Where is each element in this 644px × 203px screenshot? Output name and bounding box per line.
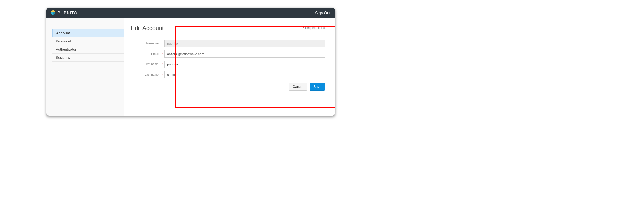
required-fields-note: * Required fields: [303, 26, 325, 30]
app-window: PUBNiTO Sign Out Account Password Authen…: [46, 8, 335, 116]
page-title: Edit Account: [131, 25, 325, 32]
sidebar-item-account[interactable]: Account: [52, 29, 124, 37]
label-username: Username: [131, 42, 160, 45]
first-name-field[interactable]: [164, 60, 325, 68]
topbar: PUBNiTO Sign Out: [46, 8, 335, 18]
required-fields-text: Required fields: [305, 26, 325, 30]
content-panel: Edit Account * Required fields Username …: [124, 18, 335, 116]
row-last-name: Last name *: [131, 71, 325, 78]
inputcol-last-name: [164, 71, 325, 78]
form-actions: Cancel Save: [131, 83, 325, 91]
cancel-button[interactable]: Cancel: [289, 83, 307, 91]
brand-text: PUBNiTO: [58, 11, 78, 15]
brand-logo-icon: [51, 10, 56, 16]
label-first-name: First name: [131, 62, 160, 66]
brand: PUBNiTO: [51, 10, 78, 16]
row-email: Email *: [131, 50, 325, 57]
sidebar-nav: Account Password Authenticator Sessions: [52, 29, 124, 62]
row-username: Username: [131, 40, 325, 47]
divider: [131, 35, 325, 35]
sidebar: Account Password Authenticator Sessions: [46, 18, 124, 116]
inputcol-username: [164, 40, 325, 47]
sidebar-item-sessions[interactable]: Sessions: [52, 54, 124, 62]
username-field: [164, 40, 325, 47]
required-star-icon: *: [303, 26, 304, 30]
edit-account-form: Username Email * First name *: [131, 40, 325, 91]
starcol-first-name: *: [160, 62, 164, 66]
inputcol-first-name: [164, 60, 325, 68]
label-email: Email: [131, 52, 160, 56]
starcol-email: *: [160, 52, 164, 56]
page-body: Account Password Authenticator Sessions …: [46, 18, 335, 116]
starcol-last-name: *: [160, 73, 164, 76]
row-first-name: First name *: [131, 60, 325, 68]
sidebar-item-password[interactable]: Password: [52, 37, 124, 45]
sidebar-item-authenticator[interactable]: Authenticator: [52, 45, 124, 54]
last-name-field[interactable]: [164, 71, 325, 78]
email-field[interactable]: [164, 50, 325, 57]
inputcol-email: [164, 50, 325, 57]
label-last-name: Last name: [131, 73, 160, 76]
sign-out-link[interactable]: Sign Out: [315, 11, 330, 15]
save-button[interactable]: Save: [310, 83, 325, 91]
